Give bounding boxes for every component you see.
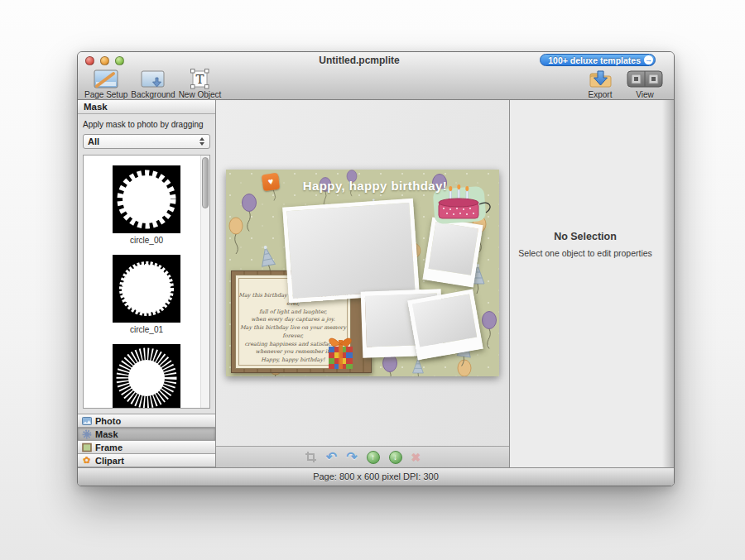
window-title: Untitled.pcmplite [177, 55, 541, 66]
traffic-lights [85, 56, 124, 65]
scrollbar-thumb[interactable] [202, 157, 209, 208]
inspector-title: No Selection [510, 231, 661, 242]
zoom-button[interactable] [115, 56, 124, 65]
export-icon [587, 68, 613, 90]
delete-button[interactable]: ✖ [411, 452, 421, 463]
mask-item-circle-01[interactable]: circle_01 [84, 255, 209, 342]
crop-button[interactable] [305, 451, 317, 463]
send-backward-button[interactable]: ↓ [389, 451, 402, 464]
photo-placeholder-large[interactable] [282, 199, 420, 304]
deluxe-templates-button[interactable]: 100+ deluxe templates → [540, 54, 656, 66]
inspector-subtitle: Select one object to edit properties [510, 248, 661, 258]
main-area: Mask Apply mask to photo by dragging All… [78, 100, 674, 467]
page-setup-icon [92, 68, 120, 90]
arrow-right-icon: → [644, 55, 653, 65]
mask-gear-icon [81, 428, 92, 439]
crop-icon [305, 451, 317, 463]
stepper-arrows-icon [199, 137, 205, 146]
minimize-button[interactable] [100, 56, 109, 65]
tab-clipart[interactable]: ✿ Clipart [78, 453, 215, 467]
mask-thumbnail-spiky-circle [113, 165, 180, 233]
frame-icon [81, 442, 92, 452]
inspector-panel: No Selection Select one object to edit p… [510, 100, 674, 467]
card-title-text[interactable]: Happy, happy birthday! [259, 179, 491, 193]
background-icon [139, 68, 167, 90]
export-button[interactable]: Export [578, 67, 622, 100]
undo-button[interactable]: ↶ [326, 451, 337, 464]
tab-photo[interactable]: Photo [78, 414, 215, 427]
canvas-area[interactable]: ♥ Happy, happy birthday! [216, 100, 509, 446]
mask-item-circle-02[interactable]: circle_02 [84, 344, 209, 409]
tab-mask-label: Mask [95, 429, 118, 439]
deluxe-templates-label: 100+ deluxe templates [548, 55, 641, 65]
redo-icon: ↷ [346, 450, 357, 464]
redo-button[interactable]: ↷ [346, 451, 357, 464]
delete-x-icon: ✖ [411, 451, 421, 464]
sidebar: Mask Apply mask to photo by dragging All… [78, 100, 216, 467]
mask-category-value: All [88, 136, 99, 146]
tab-frame[interactable]: Frame [78, 440, 215, 453]
mask-item-circle-00[interactable]: circle_00 [84, 165, 209, 253]
undo-icon: ↶ [326, 450, 337, 464]
photo-placeholder-bottom-right[interactable] [407, 290, 483, 361]
arrow-down-icon: ↓ [393, 452, 397, 462]
new-object-button[interactable]: T New Object [177, 67, 223, 100]
page-setup-button[interactable]: Page Setup [83, 67, 129, 100]
window-chrome: Untitled.pcmplite 100+ deluxe templates … [78, 52, 674, 100]
mask-label: circle_00 [130, 236, 163, 245]
new-object-label: New Object [179, 90, 222, 99]
mask-label: circle_01 [130, 325, 163, 334]
new-object-icon: T [187, 68, 212, 90]
view-label: View [636, 90, 654, 99]
status-bar: Page: 800 x 600 pixel DPI: 300 [78, 467, 674, 486]
canvas-column: ♥ Happy, happy birthday! [216, 100, 510, 467]
export-label: Export [589, 90, 613, 99]
background-label: Background [131, 90, 175, 99]
app-window: Untitled.pcmplite 100+ deluxe templates … [77, 51, 675, 486]
page-setup-label: Page Setup [84, 90, 127, 99]
sidebar-tabs: Photo Mask [78, 414, 215, 467]
page-info: Page: 800 x 600 pixel DPI: 300 [313, 471, 439, 481]
collage-page[interactable]: ♥ Happy, happy birthday! [226, 170, 499, 376]
photo-placeholder-right[interactable] [422, 218, 483, 288]
tab-photo-label: Photo [95, 416, 121, 426]
view-segmented-icon [627, 68, 663, 90]
close-button[interactable] [85, 56, 94, 65]
mask-thumbnail-sunburst-circle [113, 344, 180, 409]
sidebar-header: Mask [78, 100, 215, 114]
view-control[interactable]: View [622, 67, 667, 100]
mask-thumbnail-fluffy-circle [113, 255, 180, 323]
tab-clipart-label: Clipart [95, 456, 124, 466]
sidebar-hint: Apply mask to photo by dragging [78, 114, 215, 132]
svg-text:T: T [196, 72, 204, 87]
clipart-flower-icon: ✿ [81, 455, 92, 466]
canvas-toolbar: ↶ ↷ ↑ ↓ ✖ [216, 446, 509, 467]
background-button[interactable]: Background [129, 67, 176, 100]
gift-box-clipart [323, 332, 358, 371]
main-toolbar: Page Setup Background T [83, 67, 667, 100]
bring-forward-button[interactable]: ↑ [367, 451, 380, 464]
mask-list: circle_00 circle_01 [83, 155, 210, 409]
tab-frame-label: Frame [95, 443, 123, 452]
arrow-up-icon: ↑ [371, 452, 375, 462]
mask-list-scrollbar[interactable] [200, 156, 209, 408]
photo-icon [81, 415, 92, 426]
tab-mask[interactable]: Mask [78, 427, 215, 440]
mask-category-select[interactable]: All [83, 134, 210, 149]
